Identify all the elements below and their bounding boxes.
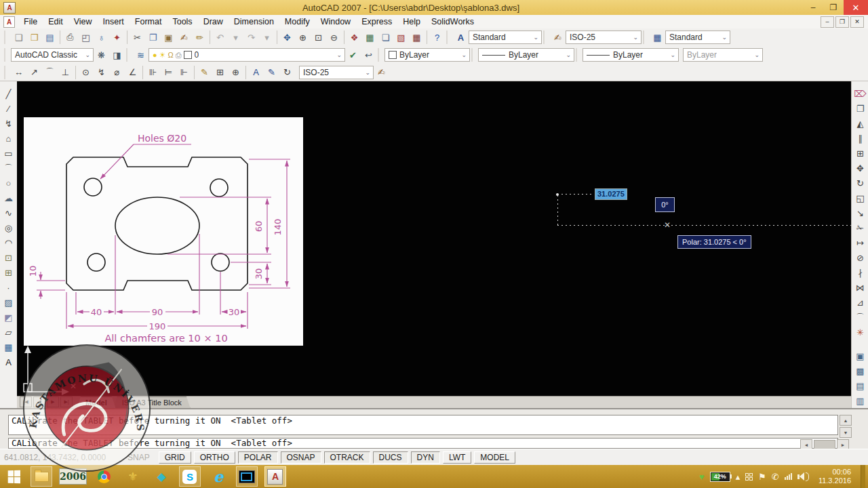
- chamfer-icon[interactable]: ⊿: [853, 296, 868, 310]
- status-otrack-toggle[interactable]: OTRACK: [324, 451, 370, 464]
- text-style-select[interactable]: Standard ⌄: [469, 30, 542, 44]
- mdi-minimize-button[interactable]: –: [821, 16, 834, 28]
- block-editor-icon[interactable]: ✏: [192, 30, 208, 45]
- command-vertical-scrollbar[interactable]: ▲ ▼: [840, 415, 852, 438]
- start-button[interactable]: [0, 465, 27, 488]
- command-input-line[interactable]: CALibrate the TABLET before turning it O…: [8, 438, 838, 449]
- lineweight-select[interactable]: ByLayer ⌄: [583, 48, 679, 62]
- pan-icon[interactable]: ✥: [279, 30, 295, 45]
- flag-icon[interactable]: ⚑: [758, 472, 766, 481]
- open-icon[interactable]: ❒: [26, 30, 42, 45]
- break-icon[interactable]: ∤: [853, 266, 868, 280]
- move-icon[interactable]: ✥: [853, 161, 868, 176]
- redo-icon[interactable]: ↷: [243, 30, 259, 45]
- menu-dimension[interactable]: Dimension: [229, 16, 279, 28]
- internet-explorer-app[interactable]: e: [208, 466, 229, 487]
- layer-on-icon[interactable]: ●: [153, 51, 157, 60]
- chevron-down-icon[interactable]: ⌄: [630, 34, 641, 41]
- layer-select[interactable]: ●☀Ω⎙ 0 ⌄: [149, 48, 345, 62]
- menu-modify[interactable]: Modify: [279, 16, 315, 28]
- paste-icon[interactable]: ▣: [161, 30, 176, 45]
- designcenter-icon[interactable]: ▦: [362, 30, 378, 45]
- layer-lock-icon[interactable]: Ω: [168, 51, 174, 60]
- coordinate-display[interactable]: 641.0812, 143.7432, 0.0000: [0, 451, 120, 464]
- workspace-settings-icon[interactable]: ❋: [94, 47, 109, 62]
- menu-edit[interactable]: Edit: [43, 16, 68, 28]
- menu-solidworks[interactable]: SolidWorks: [426, 16, 479, 28]
- bring-above-icon[interactable]: ▤: [853, 379, 868, 393]
- table-style-select[interactable]: Standard ⌄: [665, 30, 730, 44]
- toolbar-grip[interactable]: [4, 30, 7, 44]
- send-to-back-icon[interactable]: ▩: [853, 364, 868, 378]
- taskbar-clock[interactable]: 00:06 11.3.2016: [818, 468, 851, 485]
- table-icon[interactable]: ▦: [1, 340, 16, 354]
- status-model-toggle[interactable]: MODEL: [474, 451, 515, 464]
- chevron-down-icon[interactable]: ⌄: [82, 52, 93, 58]
- dim-linear-icon[interactable]: ↔: [11, 65, 26, 80]
- undo-icon[interactable]: ↶: [212, 30, 228, 45]
- plotstyle-select[interactable]: ByLayer ⌄: [683, 48, 763, 62]
- toolbar-grip[interactable]: [4, 48, 7, 62]
- toolbar-grip[interactable]: [378, 48, 381, 62]
- chevron-down-icon[interactable]: ⌄: [751, 52, 762, 58]
- rectangle-icon[interactable]: ▭: [1, 146, 16, 161]
- cut-icon[interactable]: ✂: [130, 30, 145, 45]
- layer-manager-icon[interactable]: ≋: [133, 47, 149, 62]
- menu-tools[interactable]: Tools: [167, 16, 197, 28]
- volume-icon[interactable]: [797, 472, 809, 481]
- dim-text-edit-icon[interactable]: ✎: [264, 65, 279, 80]
- dim-jogged-icon[interactable]: ↯: [94, 65, 109, 80]
- tolerance-icon[interactable]: ⊞: [212, 65, 228, 80]
- publish-icon[interactable]: ♁: [94, 30, 109, 45]
- redo-list-icon[interactable]: ▾: [259, 30, 275, 45]
- show-desktop-button[interactable]: [861, 465, 865, 488]
- stretch-icon[interactable]: ↘: [853, 206, 868, 220]
- chevron-down-icon[interactable]: ⌄: [719, 34, 730, 41]
- point-icon[interactable]: ·: [1, 281, 16, 295]
- dim-baseline-icon[interactable]: ⊨: [161, 65, 176, 80]
- chevron-down-icon[interactable]: ⌄: [334, 52, 344, 58]
- layer-previous-icon[interactable]: ↩: [361, 47, 376, 62]
- status-polar-toggle[interactable]: POLAR: [238, 451, 278, 464]
- plot-icon[interactable]: ⎙: [62, 30, 78, 45]
- tab-iso-a3-title-block[interactable]: ISO A3 Title Block: [113, 396, 191, 409]
- zoom-previous-icon[interactable]: ⊖: [326, 30, 342, 45]
- toolbar-grip[interactable]: [543, 30, 547, 44]
- quickcalc-icon[interactable]: ▦: [409, 30, 425, 45]
- mtext-icon[interactable]: A: [1, 355, 16, 369]
- linetype-select[interactable]: ByLayer ⌄: [478, 48, 574, 62]
- menu-express[interactable]: Express: [356, 16, 397, 28]
- copy-object-icon[interactable]: ❐: [853, 102, 868, 116]
- dim-current-style-select[interactable]: ISO-25 ⌄: [299, 66, 374, 79]
- device-icon[interactable]: ✆: [772, 472, 779, 481]
- ellipse-icon[interactable]: ◎: [1, 221, 16, 235]
- status-osnap-toggle[interactable]: OSNAP: [281, 451, 321, 464]
- power-plug-icon[interactable]: ♥: [699, 472, 705, 481]
- tab-model[interactable]: Model: [77, 396, 116, 409]
- array-icon[interactable]: ⊞: [853, 146, 868, 161]
- hatch-icon[interactable]: ▨: [1, 296, 16, 310]
- my-workspace-icon[interactable]: ◨: [109, 47, 125, 62]
- 3d-dwf-icon[interactable]: ✦: [109, 30, 125, 45]
- center-mark-icon[interactable]: ⊕: [228, 65, 243, 80]
- file-explorer-app[interactable]: [31, 466, 52, 487]
- dim-aligned-icon[interactable]: ↗: [26, 65, 42, 80]
- minimize-button[interactable]: –: [803, 0, 823, 15]
- chrome-app[interactable]: [94, 466, 115, 487]
- join-icon[interactable]: ⋈: [853, 281, 868, 295]
- mdi-close-button[interactable]: ✕: [850, 16, 864, 28]
- dim-edit-icon[interactable]: A: [248, 65, 264, 80]
- gradient-icon[interactable]: ◩: [1, 310, 16, 325]
- line-icon[interactable]: ╱: [1, 87, 16, 101]
- scroll-down-button[interactable]: ▼: [840, 427, 852, 438]
- erase-icon[interactable]: ⌦: [853, 87, 868, 101]
- help-icon[interactable]: ?: [429, 30, 445, 45]
- send-under-icon[interactable]: ▥: [853, 394, 868, 408]
- region-icon[interactable]: ▱: [1, 325, 16, 340]
- properties-palette-icon[interactable]: ❖: [347, 30, 362, 45]
- menu-window[interactable]: Window: [315, 16, 356, 28]
- autocad-2007-app[interactable]: A: [264, 466, 286, 487]
- dim-style-manager-icon[interactable]: ✍: [374, 65, 389, 80]
- bring-to-front-icon[interactable]: ▣: [853, 349, 868, 363]
- chevron-down-icon[interactable]: ⌄: [362, 69, 373, 76]
